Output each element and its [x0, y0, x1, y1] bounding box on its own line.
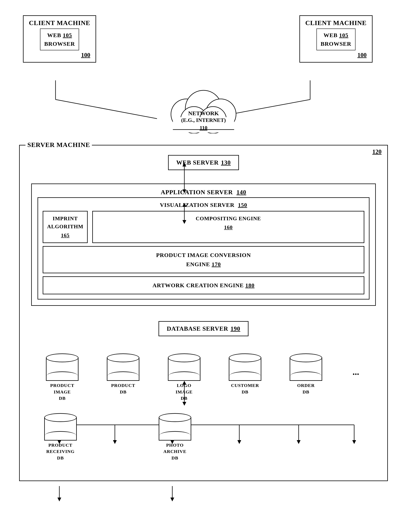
db-server-label: DATABASE SERVER: [167, 325, 228, 332]
vis-server-label: VISUALIZATION SERVER: [160, 202, 234, 208]
compositing-engine-box: COMPOSITING ENGINE 160: [92, 211, 364, 243]
app-server-ref: 140: [236, 189, 246, 196]
app-server-box: APPLICATION SERVER 140 VISUALIZATION SER…: [31, 184, 376, 306]
browser-label-right: BROWSER: [321, 41, 351, 47]
imprint-ref: 165: [47, 231, 83, 239]
vis-server-box: VISUALIZATION SERVER 150 IMPRINTALGORITH…: [38, 197, 369, 300]
client-ref-left: 100: [29, 52, 90, 59]
network-cloud: NETWORK (E.G., INTERNET) 110: [156, 84, 251, 133]
client-machine-left-title: CLIENT MACHINE: [29, 19, 90, 27]
web-ref-left: 105: [63, 32, 72, 38]
product-image-db: PRODUCTIMAGEDB: [46, 354, 78, 402]
product-receiving-db-label: PRODUCTRECEIVINGDB: [46, 442, 75, 461]
db-ellipsis: ...: [351, 367, 361, 377]
svg-text:NETWORK: NETWORK: [188, 110, 219, 116]
product-db-label: PRODUCTDB: [111, 382, 135, 395]
web-browser-left-box: WEB 105 BROWSER: [40, 29, 79, 50]
svg-text:(E.G., INTERNET): (E.G., INTERNET): [181, 117, 226, 123]
server-machine: SERVER MACHINE 120 WEB SERVER 130 APPLIC…: [19, 145, 388, 481]
imprint-label: IMPRINTALGORITHM: [47, 215, 83, 231]
order-db-label: ORDERDB: [297, 382, 315, 395]
client-machine-left: CLIENT MACHINE WEB 105 BROWSER 100: [23, 15, 96, 62]
web-label-left: WEB: [47, 32, 61, 38]
photo-archive-db-label: PHOTOARCHIVEDB: [163, 442, 186, 461]
web-server-label: WEB SERVER: [176, 159, 219, 166]
svg-marker-28: [170, 498, 174, 501]
order-db: ORDERDB: [290, 354, 322, 395]
artwork-engine-box: ARTWORK CREATION ENGINE 180: [43, 276, 364, 294]
product-img-engine-box: PRODUCT IMAGE CONVERSIONENGINE 170: [43, 246, 364, 273]
client-ref-right: 100: [305, 52, 367, 59]
web-server-box: WEB SERVER 130: [168, 155, 239, 170]
product-db: PRODUCTDB: [107, 354, 139, 395]
customer-db-label: CUSTOMERDB: [231, 382, 259, 395]
product-image-db-label: PRODUCTIMAGEDB: [50, 382, 74, 402]
imprint-algorithm-box: IMPRINTALGORITHM 165: [43, 211, 88, 243]
client-machine-right: CLIENT MACHINE WEB 105 BROWSER 100: [299, 15, 373, 62]
db-server-box: DATABASE SERVER 190: [158, 321, 249, 336]
vis-server-label-row: VISUALIZATION SERVER 150: [43, 202, 364, 208]
web-browser-right-box: WEB 105 BROWSER: [316, 29, 355, 50]
compositing-ref: 160: [97, 223, 360, 231]
web-server-ref: 130: [221, 159, 231, 166]
svg-text:110: 110: [200, 125, 207, 131]
product-img-engine-ref: 170: [211, 261, 221, 267]
photo-archive-db: PHOTOARCHIVEDB: [159, 413, 191, 461]
artwork-engine-ref: 180: [245, 282, 254, 288]
browser-label-left: BROWSER: [44, 41, 75, 47]
app-server-label: APPLICATION SERVER: [161, 189, 233, 196]
logo-image-db-label: LOGOIMAGEDB: [176, 382, 193, 402]
product-receiving-db: PRODUCTRECEIVINGDB: [44, 413, 77, 461]
svg-marker-26: [57, 498, 61, 501]
customer-db: CUSTOMERDB: [229, 354, 261, 395]
product-img-engine-label: PRODUCT IMAGE CONVERSIONENGINE: [156, 252, 251, 267]
server-machine-ref: 120: [372, 148, 382, 155]
web-ref-right: 105: [339, 32, 348, 38]
db-server-ref: 190: [230, 325, 240, 332]
artwork-engine-label: ARTWORK CREATION ENGINE: [153, 282, 245, 288]
app-server-label-row: APPLICATION SERVER 140: [38, 189, 369, 196]
compositing-label: COMPOSITING ENGINE: [97, 215, 360, 223]
logo-image-db: LOGOIMAGEDB: [168, 354, 200, 402]
client-machine-right-title: CLIENT MACHINE: [305, 19, 367, 27]
server-machine-label: SERVER MACHINE: [25, 141, 92, 148]
vis-server-ref: 150: [238, 202, 247, 208]
web-label-right: WEB: [323, 32, 337, 38]
